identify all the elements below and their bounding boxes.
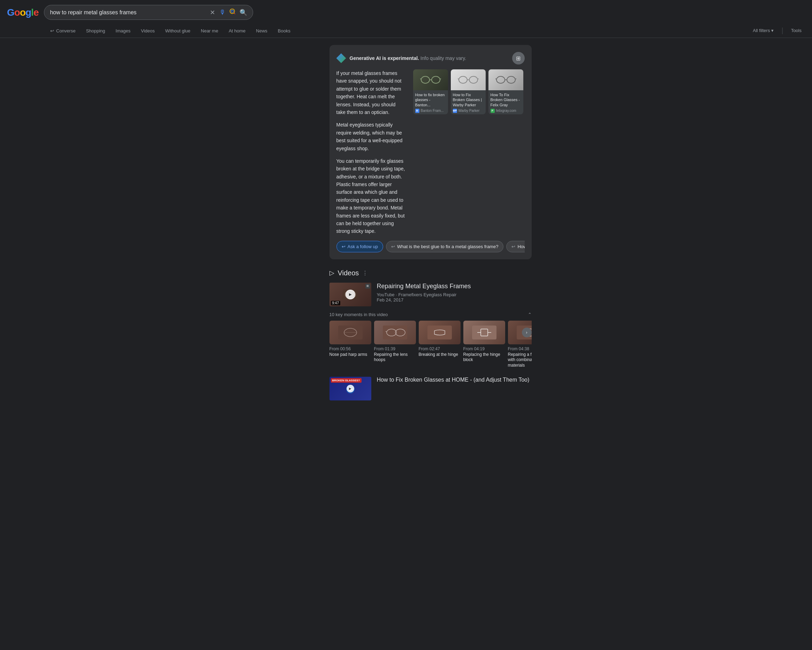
moment-time-1: From 00:56: [330, 346, 371, 351]
followup-bridge-arrow: ↩: [511, 244, 515, 249]
second-video-title[interactable]: How to Fix Broken Glasses at HOME - (and…: [377, 377, 530, 383]
ai-image-source-1: B Banton Fram...: [415, 109, 446, 113]
moment-card-3[interactable]: From 02:47 Breaking at the hinge: [419, 320, 461, 368]
section-title: Videos: [338, 269, 359, 277]
second-video-row: BROKEN GLASSES? ▶ How to Fix Broken Glas…: [330, 377, 532, 400]
search-input[interactable]: [50, 9, 206, 16]
svg-line-12: [478, 79, 479, 79]
ai-text-content: If your metal glasses frames have snappe…: [336, 69, 406, 235]
moment-card-1[interactable]: From 00:56 Nose pad harp arms: [330, 320, 371, 368]
moment-card-2[interactable]: From 01:39 Repairing the lens hoops: [374, 320, 416, 368]
moment-label-5: Repairing a frame with combination mater…: [508, 352, 532, 368]
ai-header: Generative AI is experimental. Info qual…: [336, 52, 525, 64]
ai-image-source-3: F felixgray.com: [490, 109, 521, 113]
moment-thumb-3: [419, 320, 461, 344]
chevron-down-icon: ▾: [771, 28, 774, 33]
second-video-thumbnail[interactable]: BROKEN GLASSES? ▶: [330, 377, 371, 400]
nav-tabs: ↩ Converse Shopping Images Videos Withou…: [0, 23, 812, 38]
moment-label-3: Breaking at the hinge: [419, 352, 461, 358]
search-submit-icon[interactable]: 🔍: [240, 9, 247, 16]
moment-thumb-2: [374, 320, 416, 344]
moments-next-button[interactable]: ›: [522, 328, 532, 337]
section-menu-button[interactable]: ⋮: [362, 270, 368, 276]
google-logo: Google: [7, 7, 38, 18]
moment-label-1: Nose pad harp arms: [330, 352, 371, 358]
ai-images-panel: How to fix broken glasses - Banton... B …: [413, 69, 525, 235]
converse-icon: ↩: [50, 28, 54, 34]
ask-followup-button[interactable]: ↩ Ask a follow up: [336, 241, 383, 252]
all-filters-button[interactable]: All filters ▾: [749, 26, 777, 35]
ai-generative-box: Generative AI is experimental. Info qual…: [330, 45, 532, 259]
key-moments-header: 10 key moments in this video ⌃: [330, 312, 532, 317]
svg-point-8: [459, 76, 467, 83]
ai-image-card-2[interactable]: How to Fix Broken Glasses | Warby Parker…: [451, 69, 486, 114]
search-bar: ✕ 🎙 🔍: [44, 5, 253, 20]
followup-glue-button[interactable]: ↩ What is the best glue to fix a metal g…: [386, 241, 504, 252]
video-duration: 9:47: [331, 301, 340, 305]
source-icon-1: B: [415, 109, 420, 113]
video-section-icon: ▷: [330, 269, 334, 277]
ai-image-card-3[interactable]: How To Fix Broken Glasses - Felix Gray F…: [488, 69, 524, 114]
svg-point-9: [469, 76, 478, 83]
ai-image-thumb-2: [451, 69, 486, 90]
tab-news[interactable]: News: [251, 25, 272, 38]
tab-videos[interactable]: Videos: [136, 25, 160, 38]
tab-books[interactable]: Books: [273, 25, 295, 38]
main-video-meta: YouTube · Framefixers Eyeglass Repair Fe…: [377, 292, 532, 302]
svg-rect-28: [472, 325, 496, 339]
second-play-button[interactable]: ▶: [346, 385, 354, 392]
play-button[interactable]: ▶: [345, 290, 355, 299]
moments-grid: From 00:56 Nose pad harp arms From 01:39…: [330, 320, 532, 368]
moment-time-4: From 04:19: [463, 346, 505, 351]
source-icon-3: F: [490, 109, 495, 113]
main-video-info: Repairing Metal Eyeglass Frames YouTube …: [377, 283, 532, 302]
svg-point-14: [507, 76, 515, 83]
ai-image-info-1: How to fix broken glasses - Banton... B …: [413, 90, 448, 114]
moment-time-3: From 02:47: [419, 346, 461, 351]
moment-thumb-1: [330, 320, 371, 344]
header: Google ✕ 🎙 🔍: [0, 0, 812, 23]
second-video-info: How to Fix Broken Glasses at HOME - (and…: [377, 377, 530, 383]
svg-line-26: [386, 331, 387, 332]
ai-diamond-icon: [336, 53, 346, 63]
moment-time-2: From 01:39: [374, 346, 416, 351]
ai-image-thumb-1: [413, 69, 448, 90]
tab-images[interactable]: Images: [111, 25, 136, 38]
clear-icon[interactable]: ✕: [209, 9, 216, 16]
ai-content: If your metal glasses frames have snappe…: [336, 69, 525, 235]
ai-grid-view-button[interactable]: ⊞: [512, 52, 525, 64]
ai-image-thumb-3: [488, 69, 524, 90]
tab-at-home[interactable]: At home: [224, 25, 250, 38]
svg-point-3: [421, 76, 429, 83]
main-content: Generative AI is experimental. Info qual…: [274, 38, 539, 407]
followup-glue-arrow: ↩: [391, 244, 395, 249]
microphone-icon[interactable]: 🎙: [219, 9, 226, 16]
svg-point-4: [432, 76, 440, 83]
svg-point-13: [496, 76, 505, 83]
section-header: ▷ Videos ⋮: [330, 269, 532, 277]
tab-without-glue[interactable]: Without glue: [160, 25, 195, 38]
nav-right: All filters ▾ | Tools: [749, 26, 805, 37]
svg-line-2: [234, 13, 235, 14]
ai-image-card-1[interactable]: How to fix broken glasses - Banton... B …: [413, 69, 448, 114]
ai-label: Generative AI is experimental. Info qual…: [350, 55, 467, 61]
moment-thumb-4: [463, 320, 505, 344]
moment-card-4[interactable]: From 04:19 Replacing the hinge block: [463, 320, 505, 368]
tools-button[interactable]: Tools: [788, 26, 805, 35]
main-video-row: ▶ 9:47 ⊞ Repairing Metal Eyeglass Frames…: [330, 283, 532, 306]
key-moments-toggle[interactable]: ⌃: [528, 312, 532, 317]
followup-arrow-icon: ↩: [342, 244, 345, 249]
followup-row: ↩ Ask a follow up ↩ What is the best glu…: [336, 241, 525, 252]
main-video-thumbnail[interactable]: ▶ 9:47 ⊞: [330, 283, 371, 306]
ai-image-info-3: How To Fix Broken Glasses - Felix Gray F…: [488, 90, 524, 114]
main-video-title[interactable]: Repairing Metal Eyeglass Frames: [377, 283, 532, 290]
tab-converse[interactable]: ↩ Converse: [45, 25, 81, 38]
tab-shopping[interactable]: Shopping: [81, 25, 110, 38]
svg-point-1: [231, 10, 234, 12]
search-bar-wrapper: ✕ 🎙 🔍: [44, 5, 253, 20]
followup-bridge-button[interactable]: ↩ How do you fix the bridge on metal gla…: [506, 241, 524, 252]
svg-line-11: [458, 79, 459, 79]
moment-label-2: Repairing the lens hoops: [374, 352, 416, 363]
tab-near-me[interactable]: Near me: [196, 25, 223, 38]
google-lens-icon[interactable]: [229, 8, 236, 17]
